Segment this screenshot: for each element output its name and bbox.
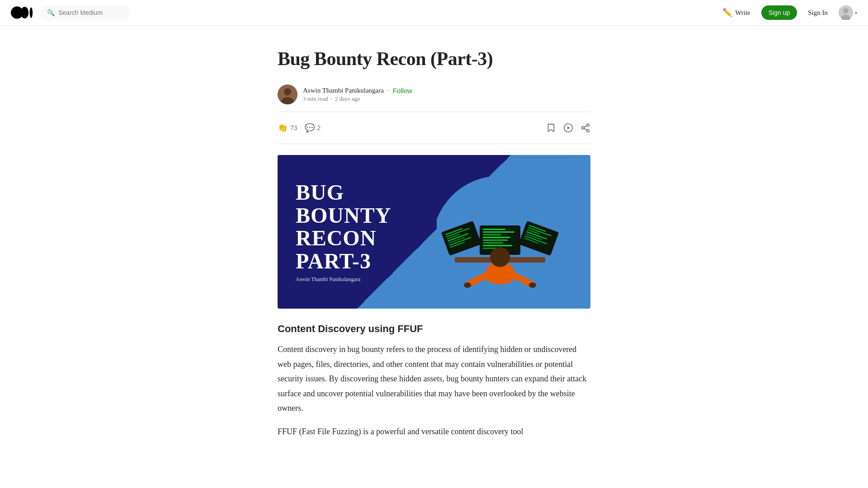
listen-button[interactable] <box>563 123 573 133</box>
write-label: Write <box>735 9 750 17</box>
clap-button[interactable]: 👏 73 <box>278 123 297 133</box>
divider-top <box>278 112 590 112</box>
action-left: 👏 73 💬 2 <box>278 123 321 133</box>
svg-marker-10 <box>567 127 570 130</box>
hero-credit: Aswin Thambi Panikulangara <box>296 276 391 283</box>
svg-point-2 <box>30 7 33 18</box>
edit-icon: ✏️ <box>722 8 732 18</box>
action-right <box>546 123 590 133</box>
author-meta: 3 min read · 2 days ago <box>303 95 412 103</box>
comment-button[interactable]: 💬 2 <box>305 123 321 133</box>
follow-button[interactable]: Follow <box>393 87 412 94</box>
svg-point-4 <box>843 8 849 14</box>
chevron-down-icon: ▾ <box>855 10 857 15</box>
navbar: 🔍 ✏️ Write Sign up Sign In ▾ <box>0 0 868 26</box>
separator-dot: · <box>387 87 389 94</box>
hero-text-block: BUG BOUNTY RECON PART-3 Aswin Thambi Pan… <box>296 181 391 283</box>
user-menu[interactable]: ▾ <box>839 5 857 20</box>
svg-rect-24 <box>483 239 508 241</box>
svg-rect-22 <box>483 234 501 235</box>
author-avatar <box>278 84 297 104</box>
hero-image-inner: BUG BOUNTY RECON PART-3 Aswin Thambi Pan… <box>278 155 590 309</box>
medium-logo[interactable] <box>11 6 33 19</box>
author-name-row: Aswin Thambi Panikulangara · Follow <box>303 87 412 94</box>
comment-count: 2 <box>317 124 321 131</box>
clap-icon: 👏 <box>278 123 288 133</box>
action-bar: 👏 73 💬 2 <box>278 119 590 136</box>
svg-rect-26 <box>483 245 512 246</box>
svg-point-1 <box>21 7 28 19</box>
hero-line3: RECON <box>296 227 391 249</box>
hero-line2: BOUNTY <box>296 204 391 227</box>
article-title: Bug Bounty Recon (Part-3) <box>278 47 590 70</box>
write-link[interactable]: ✏️ Write <box>722 8 750 18</box>
svg-point-52 <box>529 282 536 288</box>
svg-point-51 <box>464 282 471 288</box>
svg-rect-23 <box>483 237 510 238</box>
svg-rect-20 <box>483 229 505 230</box>
svg-rect-25 <box>483 242 503 244</box>
search-input[interactable] <box>58 9 122 16</box>
article-para1: Content discovery in bug bounty refers t… <box>278 342 590 415</box>
save-button[interactable] <box>546 123 556 133</box>
author-row: Aswin Thambi Panikulangara · Follow 3 mi… <box>278 84 590 104</box>
author-name: Aswin Thambi Panikulangara <box>303 87 384 94</box>
meta-dot: · <box>331 95 332 103</box>
avatar[interactable] <box>839 5 853 20</box>
clap-count: 73 <box>290 124 297 131</box>
share-button[interactable] <box>580 123 590 133</box>
svg-point-50 <box>490 247 510 267</box>
author-info: Aswin Thambi Panikulangara · Follow 3 mi… <box>303 87 412 103</box>
publish-date: 2 days ago <box>335 95 360 103</box>
svg-point-7 <box>284 88 291 95</box>
nav-right: ✏️ Write Sign up Sign In ▾ <box>722 5 857 20</box>
read-time: 3 min read <box>303 95 328 103</box>
search-bar[interactable]: 🔍 <box>40 5 130 20</box>
svg-rect-21 <box>483 231 514 233</box>
comment-icon: 💬 <box>305 123 315 133</box>
hero-figure <box>437 155 563 309</box>
svg-line-15 <box>584 126 587 127</box>
article-para2: FFUF (Fast File Fuzzing) is a powerful a… <box>278 424 590 439</box>
hero-line1: BUG <box>296 181 391 204</box>
divider-bottom <box>278 144 590 144</box>
signin-link[interactable]: Sign In <box>808 9 828 17</box>
signup-button[interactable]: Sign up <box>761 5 797 20</box>
article-main: Bug Bounty Recon (Part-3) Aswin Thambi P… <box>267 26 601 484</box>
hero-line4: PART-3 <box>296 249 391 272</box>
svg-line-14 <box>584 129 587 131</box>
hero-image: BUG BOUNTY RECON PART-3 Aswin Thambi Pan… <box>278 155 590 309</box>
section1-title: Content Discovery using FFUF <box>278 323 590 335</box>
search-icon: 🔍 <box>47 9 55 17</box>
